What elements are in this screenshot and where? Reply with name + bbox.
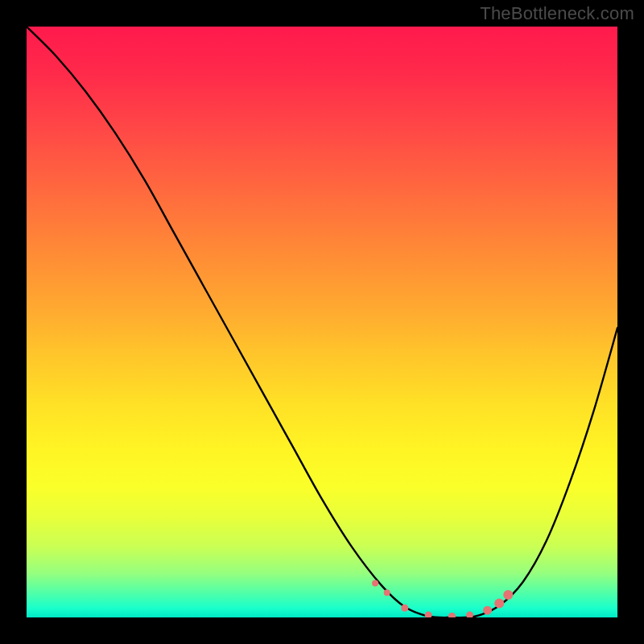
- highlight-markers: [27, 27, 617, 617]
- highlight-dot: [448, 613, 456, 617]
- bottleneck-curve: [27, 27, 617, 617]
- watermark-text: TheBottleneck.com: [480, 3, 634, 24]
- highlight-dot: [372, 580, 378, 586]
- highlight-dot: [466, 612, 473, 617]
- highlight-dot: [494, 598, 504, 608]
- highlight-dot: [384, 589, 390, 596]
- highlight-dot: [401, 605, 408, 612]
- gradient-plot-area: [27, 27, 617, 617]
- highlight-dot: [483, 606, 492, 615]
- highlight-dot: [503, 590, 513, 600]
- highlight-dot: [425, 612, 432, 617]
